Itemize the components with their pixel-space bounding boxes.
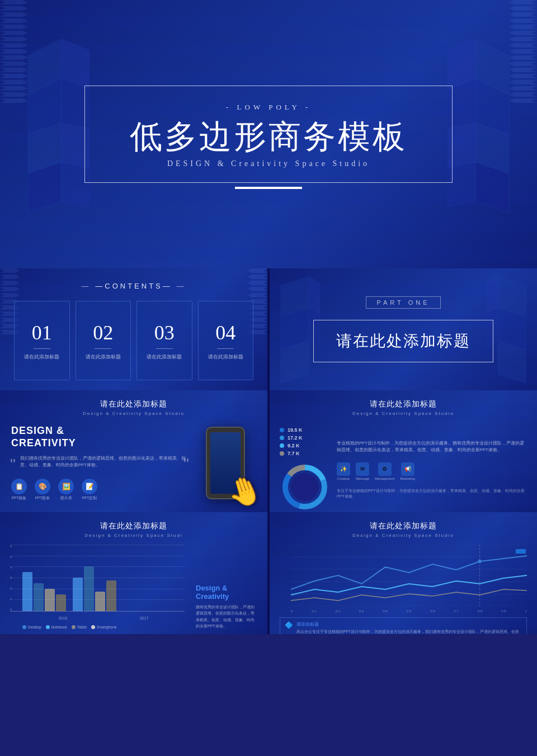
hero-border-box: - LOW POLY - 低多边形商务模板 DESIGN & Creativit… bbox=[84, 86, 453, 183]
stats-desc: 专业精致的PPT设计与制作，为您提供全方位的演示服务。拥有优秀的专业设计团队，严… bbox=[337, 440, 527, 453]
stat-dot-2 bbox=[280, 443, 284, 448]
x-labels: 2016 2017 bbox=[10, 612, 185, 622]
part-label: PART ONE bbox=[366, 296, 440, 309]
slide-hero: - LOW POLY - 低多边形商务模板 DESIGN & Creativit… bbox=[0, 0, 537, 268]
icon-label-0: PPT模板 bbox=[12, 496, 27, 501]
bottom-text-content: 请添加标题 风云办公专注于专业精致的PPT设计与制作，为您提供全方位的演示服务，… bbox=[296, 621, 522, 634]
design-right: 🤚 bbox=[195, 423, 256, 503]
slide-stats: 请在此处添加标题 Design & Creativity Space Studi… bbox=[270, 390, 537, 512]
x-label-2017: 2017 bbox=[103, 612, 185, 622]
bar-2016-3 bbox=[56, 594, 66, 611]
stats-icon-1: ✉ Message bbox=[356, 462, 369, 480]
legend-dot-smartphone bbox=[91, 625, 95, 629]
ppt-chart-icon: 🎨 bbox=[35, 479, 50, 494]
stats-icon-label-0: Creative bbox=[337, 477, 350, 480]
icon-label-1: PPT图表 bbox=[35, 496, 50, 501]
design-icon-1: 🎨 PPT图表 bbox=[35, 479, 50, 501]
stats-icon-0: ✨ Creative bbox=[337, 462, 350, 480]
design-icons: 📋 PPT模板 🎨 PPT图表 🖼️ 图片库 📝 bbox=[11, 479, 189, 501]
slide-part-one: PART ONE 请在此处添加标题 bbox=[270, 268, 537, 390]
stats-icon-label-1: Message bbox=[356, 477, 369, 480]
icon-label-3: PPT定制 bbox=[82, 496, 97, 501]
hero-tag: - LOW POLY - bbox=[130, 103, 407, 112]
design-content: DESIGN & CREATIVITY 我们拥有优秀的专业设计团队，严谨的逻辑思… bbox=[11, 423, 256, 503]
legend-label-notebook: Notebook bbox=[51, 625, 67, 629]
slide6-title: 请在此处添加标题 bbox=[10, 521, 257, 531]
stat-val-0: 19.5 K bbox=[288, 427, 307, 433]
design-quote: 我们拥有优秀的专业设计团队，严谨的逻辑思维、创意的图示化表达，带来精美、创意、动… bbox=[11, 455, 189, 469]
content-divider-4 bbox=[217, 348, 234, 349]
stats-right: 专业精致的PPT设计与制作，为您提供全方位的演示服务。拥有优秀的专业设计团队，严… bbox=[337, 427, 527, 512]
line-marker bbox=[516, 549, 526, 554]
contents-label: —CONTENTS— bbox=[77, 282, 191, 290]
bar-2016-1 bbox=[34, 583, 44, 611]
stat-row-0: 19.5 K bbox=[280, 427, 330, 433]
contents-header: —CONTENTS— bbox=[14, 281, 253, 291]
bottom-text-title: 请添加标题 bbox=[296, 621, 522, 627]
content-item-3: 03 请在此添加标题 bbox=[136, 301, 192, 380]
image-library-icon: 🖼️ bbox=[58, 479, 74, 494]
bar-2017-2 bbox=[95, 592, 105, 611]
legend-label-smartphone: Smartphone bbox=[97, 625, 116, 629]
ppt-template-icon: 📋 bbox=[11, 479, 27, 494]
bar-chart: 6 5 4 3 2 1 0 bbox=[10, 545, 185, 612]
legend-tablet: Tablet bbox=[72, 625, 87, 629]
stats-content: 19.5 K 17.2 K 9.2 K 7.7 K bbox=[280, 427, 527, 512]
slides-grid-row2: 请在此处添加标题 Design & Creativity Space Studi… bbox=[0, 390, 537, 512]
stats-icon-label-2: Management bbox=[375, 477, 394, 480]
content-num-3: 03 bbox=[154, 323, 175, 343]
bar-chart-area: 6 5 4 3 2 1 0 bbox=[10, 545, 185, 629]
slides-grid-row3: 请在此处添加标题 Design & Creativity Space Studi… bbox=[0, 512, 537, 634]
bar-2017-0 bbox=[73, 578, 83, 611]
design-icon-2: 🖼️ 图片库 bbox=[58, 479, 74, 501]
slide5-subtitle: Design & Creativity Space Studio bbox=[280, 411, 527, 416]
bar-2017-3 bbox=[106, 580, 116, 611]
stats-icon-2: ⚙ Management bbox=[375, 462, 394, 480]
line-chart-wrap: 0 0.1 0.2 0.3 0.4 0.5 0.6 0.7 0.8 0.9 1 bbox=[280, 545, 527, 613]
phone-mockup-wrap: 🤚 bbox=[206, 427, 245, 499]
slide4-subtitle: Design & Creativity Space Studio bbox=[11, 411, 256, 416]
content-text-1: 请在此添加标题 bbox=[24, 353, 59, 361]
slide-stats-cell: 请在此处添加标题 Design & Creativity Space Studi… bbox=[270, 390, 537, 512]
content-divider-3 bbox=[156, 348, 173, 349]
slide-contents: —CONTENTS— 01 请在此添加标题 02 请在此添加标题 03 请在此添… bbox=[0, 268, 267, 390]
legend-label-tablet: Tablet bbox=[77, 625, 87, 629]
hero-title-cn: 低多边形商务模板 bbox=[130, 119, 407, 154]
slide-line: 请在此处添加标题 Design & Creativity Space Studi… bbox=[270, 512, 537, 634]
content-divider-1 bbox=[34, 348, 50, 349]
message-icon: ✉ bbox=[356, 462, 369, 476]
slide7-title: 请在此处添加标题 bbox=[280, 521, 527, 531]
content-item-4: 04 请在此添加标题 bbox=[198, 301, 254, 380]
stat-row-1: 17.2 K bbox=[280, 435, 330, 441]
marketing-icon: 📢 bbox=[401, 462, 414, 476]
design-icon-3: 📝 PPT定制 bbox=[82, 479, 97, 501]
x-label-2016: 2016 bbox=[22, 612, 103, 622]
content-num-2: 02 bbox=[93, 323, 113, 343]
bar-2016-0 bbox=[22, 572, 32, 611]
slide-part-one-cell: PART ONE 请在此处添加标题 bbox=[270, 268, 537, 390]
slide4-title: 请在此处添加标题 bbox=[11, 399, 256, 409]
line-dot-1 bbox=[478, 560, 482, 563]
content-divider-2 bbox=[95, 348, 111, 349]
design-left: DESIGN & CREATIVITY 我们拥有优秀的专业设计团队，严谨的逻辑思… bbox=[11, 423, 189, 503]
content-item-1: 01 请在此添加标题 bbox=[14, 301, 70, 380]
stat-row-2: 9.2 K bbox=[280, 443, 330, 448]
stat-dot-0 bbox=[280, 428, 284, 432]
stats-icon-row: ✨ Creative ✉ Message ⚙ Management 📢 bbox=[337, 462, 527, 480]
legend-dot-tablet bbox=[72, 625, 76, 629]
stat-row-3: 7.7 K bbox=[280, 451, 330, 456]
content-num-4: 04 bbox=[215, 323, 235, 343]
content-item-2: 02 请在此添加标题 bbox=[76, 301, 131, 380]
slide-bar: 请在此处添加标题 Design & Creativity Space Studi… bbox=[0, 512, 267, 634]
stats-values: 19.5 K 17.2 K 9.2 K 7.7 K bbox=[280, 427, 330, 512]
bar-right-text: Design & Creativity 拥有优秀的专业设计团队，严谨的逻辑思维、… bbox=[190, 578, 257, 629]
hero-bottom-bar bbox=[235, 187, 302, 189]
design-brand: DESIGN & CREATIVITY bbox=[11, 425, 189, 449]
legend-label-desktop: Desktop bbox=[28, 625, 41, 629]
slides-grid-row1: —CONTENTS— 01 请在此添加标题 02 请在此添加标题 03 请在此添… bbox=[0, 268, 537, 390]
stat-dot-1 bbox=[280, 436, 284, 440]
stats-icon-label-3: Marketing bbox=[400, 477, 414, 480]
bar-legend: Desktop Notebook Tablet Smartphone bbox=[10, 625, 185, 629]
slide-contents-cell: —CONTENTS— 01 请在此添加标题 02 请在此添加标题 03 请在此添… bbox=[0, 268, 267, 390]
stat-val-1: 17.2 K bbox=[288, 435, 307, 441]
